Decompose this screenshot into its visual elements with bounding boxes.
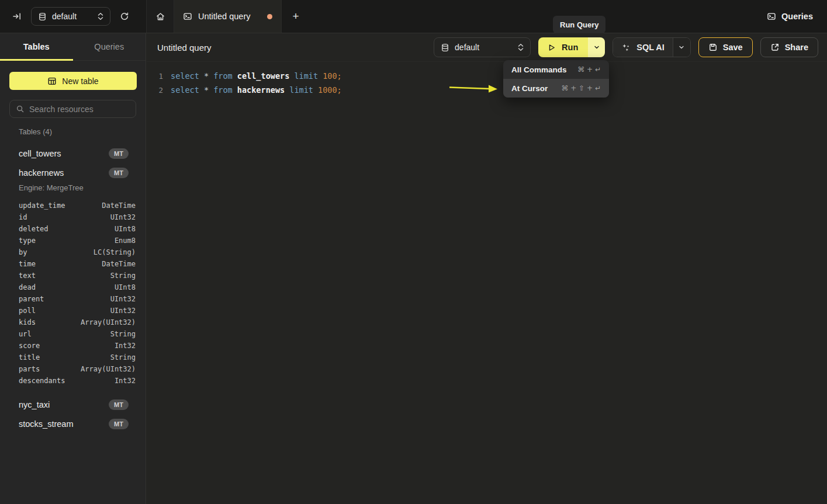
token-keyword: limit [294, 71, 318, 81]
columns-list: update_timeDateTimeidUInt32deletedUInt8t… [0, 200, 146, 387]
tables-list: cell_towersMThackernewsMTEngine: MergeTr… [0, 144, 146, 433]
share-button[interactable]: Share [760, 37, 818, 57]
sidebar-tabs: Tables Queries [0, 33, 146, 61]
column-type: Enum8 [115, 237, 136, 245]
code-line-1[interactable]: 1select * from cell_towers limit 100; [147, 69, 827, 83]
table-grid-icon [47, 77, 57, 86]
column-type: String [110, 330, 136, 338]
menu-item-shortcut: ⌘ + ↵ [577, 65, 601, 74]
column-type: DateTime [102, 201, 136, 210]
queries-button-label: Queries [781, 12, 813, 21]
column-row-score: scoreInt32 [0, 340, 146, 352]
home-tab[interactable] [146, 0, 174, 33]
menu-item-at-cursor[interactable]: At Cursor⌘ + ⇧ + ↵ [503, 79, 609, 98]
column-name: by [19, 248, 27, 256]
new-table-label: New table [62, 77, 98, 86]
topbar-database-selector[interactable]: default [31, 7, 110, 26]
column-type: UInt8 [115, 283, 136, 291]
column-row-id: idUInt32 [0, 211, 146, 223]
save-button-label: Save [723, 43, 743, 52]
search-input[interactable] [29, 105, 135, 114]
token-plain [233, 71, 237, 81]
collapse-sidebar-button[interactable] [8, 8, 26, 25]
queries-button[interactable]: Queries [767, 12, 813, 21]
menu-item-all-commands[interactable]: All Commands⌘ + ↵ [503, 60, 609, 79]
column-row-time: timeDateTime [0, 258, 146, 270]
table-row-hackernews[interactable]: hackernewsMT [0, 164, 146, 182]
plus-icon: + [292, 10, 299, 23]
query-title: Untitled query [157, 43, 212, 53]
token-plain [233, 85, 237, 95]
code-line-2[interactable]: 2select * from hackernews limit 1000; [147, 83, 827, 97]
token-table: cell_towers [237, 71, 289, 81]
column-name: poll [19, 307, 36, 315]
token-keyword: from [213, 71, 233, 81]
sidebar-tab-queries[interactable]: Queries [73, 33, 146, 60]
column-row-descendants: descendantsInt32 [0, 375, 146, 387]
column-name: kids [19, 318, 36, 326]
search-box[interactable] [9, 100, 136, 118]
token-plain [199, 71, 204, 81]
column-type: Int32 [115, 342, 136, 350]
token-table: hackernews [237, 85, 285, 95]
queries-icon [767, 12, 776, 21]
token-plain [209, 71, 213, 81]
sql-ai-split-button: SQL AI [613, 37, 691, 57]
sql-ai-button[interactable]: SQL AI [613, 38, 673, 57]
collapse-sidebar-icon [12, 12, 22, 21]
play-icon [547, 43, 556, 52]
column-type: Array(UInt32) [81, 365, 136, 373]
line-number: 1 [147, 72, 163, 81]
code-text: select * from hackernews limit 1000; [171, 85, 342, 95]
table-name: stocks_stream [19, 419, 73, 429]
run-options-button[interactable] [588, 37, 605, 57]
editor-lines: 1select * from cell_towers limit 100;2se… [147, 69, 827, 97]
token-keyword: select [171, 71, 199, 81]
token-number: 1000 [318, 85, 337, 95]
run-button[interactable]: Run [538, 37, 588, 57]
column-type: UInt8 [115, 225, 136, 233]
token-keyword: from [213, 85, 233, 95]
table-row-cell_towers[interactable]: cell_towersMT [0, 144, 146, 163]
column-type: LC(String) [94, 248, 136, 256]
tab-untitled-query[interactable]: Untitled query [174, 0, 282, 33]
chevron-updown-icon [517, 43, 524, 51]
column-row-poll: pollUInt32 [0, 305, 146, 317]
table-row-stocks_stream[interactable]: stocks_streamMT [0, 415, 146, 433]
console-icon [183, 12, 192, 21]
column-type: Int32 [115, 377, 136, 385]
share-button-label: Share [785, 43, 808, 52]
column-name: type [19, 237, 36, 245]
column-name: title [19, 353, 40, 362]
chevron-updown-icon [97, 12, 104, 20]
save-button[interactable]: Save [698, 37, 753, 57]
run-split-button: Run [538, 37, 605, 57]
table-row-nyc_taxi[interactable]: nyc_taxiMT [0, 395, 146, 414]
column-type: UInt32 [110, 213, 136, 221]
sql-ai-options-button[interactable] [673, 38, 690, 57]
column-type: Array(UInt32) [81, 318, 136, 326]
save-icon [708, 43, 718, 52]
token-number: 100 [323, 71, 337, 81]
menu-item-label: All Commands [511, 65, 567, 74]
engine-label: Engine: MergeTree [0, 183, 146, 195]
sql-editor[interactable]: 1select * from cell_towers limit 100;2se… [147, 62, 827, 97]
token-plain [318, 71, 323, 81]
engine-badge: MT [109, 419, 129, 429]
new-table-button[interactable]: New table [9, 72, 137, 90]
share-icon [770, 43, 780, 52]
new-tab-button[interactable]: + [282, 0, 310, 33]
query-header: Untitled query default [147, 33, 827, 62]
unsaved-changes-dot [267, 14, 272, 19]
run-options-menu: All Commands⌘ + ↵At Cursor⌘ + ⇧ + ↵ [503, 60, 609, 98]
token-keyword: limit [289, 85, 313, 95]
column-row-dead: deadUInt8 [0, 281, 146, 293]
topbar-left-controls: default [0, 0, 146, 33]
token-star: * [204, 71, 209, 81]
home-icon [155, 12, 165, 22]
query-database-selector[interactable]: default [434, 37, 531, 57]
sidebar-tab-tables[interactable]: Tables [0, 33, 73, 60]
column-name: deleted [19, 225, 49, 233]
refresh-button[interactable] [116, 8, 133, 25]
column-row-update_time: update_timeDateTime [0, 200, 146, 211]
